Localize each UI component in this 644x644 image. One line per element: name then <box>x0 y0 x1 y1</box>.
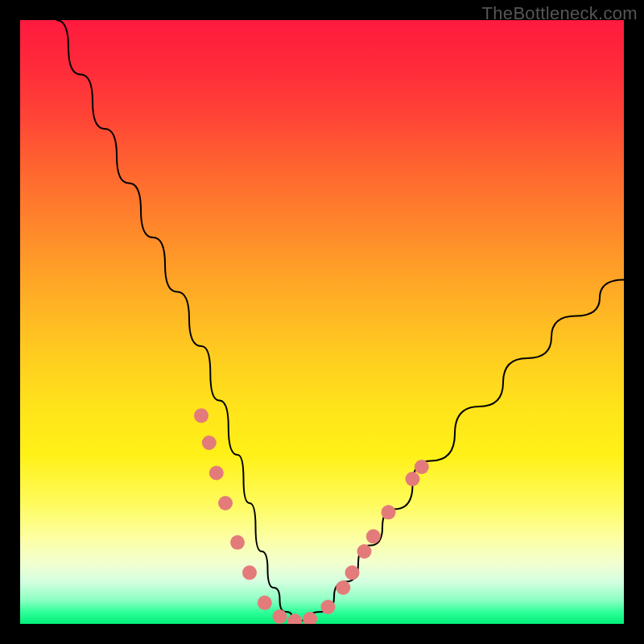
data-marker <box>194 408 208 423</box>
data-marker <box>366 529 381 543</box>
data-marker <box>303 612 317 624</box>
data-marker <box>287 613 302 624</box>
data-marker <box>230 535 245 550</box>
data-marker <box>202 436 217 450</box>
data-marker <box>357 544 372 559</box>
data-marker <box>242 565 257 580</box>
data-marker <box>336 580 350 595</box>
data-marker <box>258 596 272 610</box>
bottleneck-curve <box>56 20 624 621</box>
data-marker <box>218 496 233 510</box>
chart-svg <box>20 20 624 624</box>
data-marker <box>209 466 224 481</box>
watermark-text: TheBottleneck.com <box>482 3 638 24</box>
data-marker <box>406 472 420 486</box>
data-marker <box>415 460 429 474</box>
data-marker <box>382 505 396 519</box>
data-marker <box>273 609 287 624</box>
data-marker <box>321 600 336 614</box>
data-marker <box>345 565 360 580</box>
